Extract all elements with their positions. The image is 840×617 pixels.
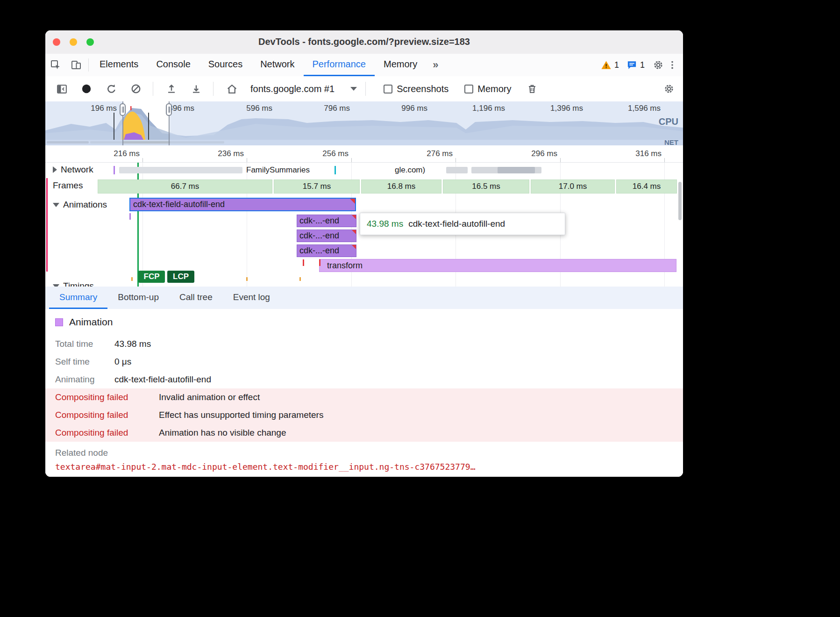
tab-console[interactable]: Console <box>147 54 199 76</box>
warning-icon[interactable] <box>601 60 612 71</box>
warning-corner-icon <box>352 230 356 234</box>
tab-bottom-up[interactable]: Bottom-up <box>107 287 169 309</box>
clear-recording-button[interactable] <box>128 80 144 97</box>
reload-icon <box>106 83 117 95</box>
animation-event-label: cdk-...-end <box>299 231 339 241</box>
network-track: Network FamilySummaries gle.com) <box>45 162 683 178</box>
gear-icon <box>663 83 675 95</box>
tab-performance[interactable]: Performance <box>304 54 375 76</box>
animation-tooltip: 43.98 ms cdk-text-field-autofill-end <box>360 213 565 235</box>
save-profile-button[interactable] <box>188 80 205 97</box>
vertical-scrollbar[interactable] <box>678 182 682 220</box>
screenshots-toggle[interactable]: Screenshots <box>384 84 448 94</box>
row-value: cdk-text-field-autofill-end <box>114 374 211 385</box>
tab-network[interactable]: Network <box>251 54 303 76</box>
frame-cell[interactable]: 16.8 ms <box>361 179 441 194</box>
profile-name: fonts.google.com #1 <box>250 84 335 94</box>
sidebar-panel-icon <box>56 83 68 95</box>
profile-select[interactable]: fonts.google.com #1 <box>250 84 357 94</box>
collect-garbage-button[interactable] <box>524 80 541 97</box>
clear-icon <box>130 83 142 94</box>
tab-memory[interactable]: Memory <box>375 54 426 76</box>
animation-event[interactable]: cdk-...-end <box>297 215 356 227</box>
memory-toggle[interactable]: Memory <box>464 84 511 94</box>
warning-reason: Animation has no visible change <box>159 428 286 438</box>
tab-summary[interactable]: Summary <box>49 287 107 309</box>
reload-and-record-button[interactable] <box>103 80 120 97</box>
frame-cell[interactable]: 66.7 ms <box>98 179 272 194</box>
flame-chart[interactable]: 216 ms 236 ms 256 ms 276 ms 296 ms 316 m… <box>45 145 683 287</box>
warning-corner-icon <box>352 245 356 249</box>
memory-checkbox[interactable] <box>464 85 473 93</box>
inspect-element-button[interactable] <box>45 54 66 76</box>
frames-track-header[interactable]: Frames <box>53 180 83 191</box>
compositing-warning-row: Compositing failed Invalid animation or … <box>45 388 683 406</box>
summary-row-total-time: Total time 43.98 ms <box>45 335 683 353</box>
issues-count: 1 <box>640 60 645 70</box>
settings-gear-icon[interactable] <box>652 59 664 71</box>
overview-tick: 796 ms <box>308 104 350 113</box>
kebab-menu-icon[interactable] <box>667 60 677 70</box>
network-request-name[interactable]: FamilySummaries <box>246 165 310 175</box>
timeline-overview[interactable]: 196 ms 396 ms 596 ms 796 ms 996 ms 1,196… <box>45 101 683 146</box>
capture-settings-button[interactable] <box>661 80 677 97</box>
tab-elements[interactable]: Elements <box>91 54 147 76</box>
details-tabbar: Summary Bottom-up Call tree Event log <box>45 287 683 309</box>
row-label: Self time <box>55 357 114 367</box>
animation-event[interactable]: cdk-...-end <box>297 230 356 242</box>
animations-track-header[interactable]: Animations <box>53 200 107 210</box>
window-title: DevTools - fonts.google.com/?preview.siz… <box>45 36 683 47</box>
summary-title: Animation <box>69 316 113 328</box>
load-profile-button[interactable] <box>163 80 180 97</box>
toggle-device-toolbar-button[interactable] <box>66 54 86 76</box>
chevron-down-icon <box>350 87 357 91</box>
tab-event-log[interactable]: Event log <box>223 287 280 309</box>
tabbar-separator <box>88 58 89 72</box>
more-tabs-button[interactable]: » <box>426 54 445 76</box>
ruler-tick: 216 ms <box>98 149 140 158</box>
network-request-bar[interactable] <box>446 167 468 173</box>
frame-cell[interactable]: 16.4 ms <box>616 179 677 194</box>
screenshots-checkbox[interactable] <box>384 85 392 93</box>
network-track-header[interactable]: Network <box>53 165 97 175</box>
related-node-link[interactable]: textarea#mat-input-2.mat-mdc-input-eleme… <box>55 462 683 472</box>
network-request-name[interactable]: gle.com) <box>395 165 425 175</box>
record-button[interactable] <box>78 80 95 97</box>
frames-track-label: Frames <box>53 180 83 191</box>
frame-cell[interactable]: 16.5 ms <box>443 179 529 194</box>
network-request-tick[interactable] <box>114 166 115 174</box>
tab-call-tree[interactable]: Call tree <box>169 287 223 309</box>
network-request-tick[interactable] <box>335 166 336 174</box>
network-request-bar[interactable] <box>498 167 535 173</box>
selection-right-handle[interactable] <box>166 103 172 116</box>
network-request-bar[interactable] <box>119 167 242 173</box>
collapse-arrow-icon <box>53 284 59 287</box>
home-button[interactable] <box>223 80 240 97</box>
timings-track-header[interactable]: Timings <box>53 281 94 287</box>
screenshots-label: Screenshots <box>397 84 448 94</box>
trash-icon <box>527 83 538 94</box>
row-value: 0 μs <box>114 357 131 367</box>
tab-sources[interactable]: Sources <box>199 54 251 76</box>
animation-event-label: cdk-...-end <box>299 216 339 226</box>
devtools-tabbar: Elements Console Sources Network Perform… <box>45 54 683 77</box>
animation-event-tick[interactable] <box>129 213 131 220</box>
issues-icon[interactable] <box>626 60 637 71</box>
summary-panel: Animation Total time 43.98 ms Self time … <box>45 309 683 477</box>
cpu-strip-label: CPU <box>659 116 678 127</box>
toggle-sidebar-button[interactable] <box>53 80 70 97</box>
animation-event-selected[interactable]: cdk-text-field-autofill-end <box>129 198 356 211</box>
summary-legend: Animation <box>55 316 683 328</box>
animations-track-label: Animations <box>63 200 107 210</box>
animation-event[interactable]: cdk-...-end <box>297 244 356 257</box>
frame-cell[interactable]: 17.0 ms <box>531 179 615 194</box>
ruler-tick: 256 ms <box>306 149 349 158</box>
timing-tick <box>131 277 133 281</box>
warning-corner-icon <box>352 215 356 219</box>
selection-left-handle[interactable] <box>120 103 126 116</box>
timing-tick <box>246 277 248 281</box>
transform-animation-bar[interactable]: transform <box>319 259 676 272</box>
collapse-arrow-icon <box>53 203 59 207</box>
animation-color-swatch <box>55 318 63 326</box>
frame-cell[interactable]: 15.7 ms <box>274 179 360 194</box>
